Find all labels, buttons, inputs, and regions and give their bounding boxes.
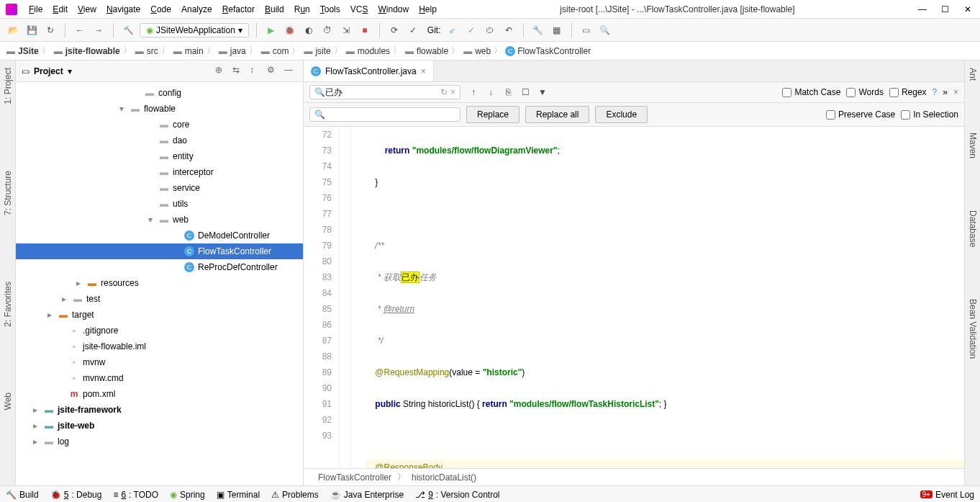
chevron-down-icon[interactable]: ▾ (68, 66, 72, 76)
breadcrumb-item[interactable]: ▬com (260, 46, 289, 56)
breadcrumb-item[interactable]: ▬JSite (6, 46, 39, 56)
attach-icon[interactable]: ⇲ (339, 23, 353, 37)
update-icon[interactable]: ⟳ (387, 23, 401, 37)
status-spring[interactable]: ◉ Spring (170, 490, 205, 500)
minimize-icon[interactable]: — (918, 4, 928, 14)
chevron-icon[interactable]: ▸ (73, 278, 83, 288)
project-title[interactable]: Project (34, 66, 63, 76)
menu-navigate[interactable]: Navigate (106, 4, 140, 14)
replace-input[interactable] (325, 109, 455, 120)
tree-node[interactable]: ▾▬flowable (16, 101, 303, 117)
chevron-icon[interactable]: ▸ (45, 310, 55, 320)
tree-node[interactable]: ▸▬jsite-framework (16, 402, 303, 418)
tab-project[interactable]: 1: Project (1, 63, 14, 109)
stop-icon[interactable]: ■ (358, 23, 372, 37)
menu-view[interactable]: View (78, 4, 96, 14)
menu-code[interactable]: Code (150, 4, 171, 14)
tree-node[interactable]: ▫mvnw.cmd (16, 370, 303, 386)
expand-icon[interactable]: ⇆ (232, 65, 245, 78)
tab-web[interactable]: Web (1, 388, 14, 414)
status-build[interactable]: 🔨 Build (6, 490, 39, 500)
tree-node[interactable]: ▬service (16, 180, 303, 196)
search-icon[interactable]: 🔍 (598, 23, 612, 37)
status-debug[interactable]: 🐞 5: Debug (50, 490, 102, 500)
tree-node[interactable]: CDeModelController (16, 228, 303, 243)
opt-match-case[interactable]: Match Case (782, 87, 840, 97)
menu-file[interactable]: File (29, 4, 42, 14)
debug-icon[interactable]: 🐞 (283, 23, 297, 37)
run-config-selector[interactable]: ◉ JSiteWebApplication ▾ (140, 23, 249, 37)
commit-icon[interactable]: ✓ (406, 23, 420, 37)
menu-build[interactable]: Build (265, 4, 284, 14)
menu-tools[interactable]: Tools (320, 4, 340, 14)
clear-icon[interactable]: × (450, 87, 455, 97)
vcs-commit-icon[interactable]: ✓ (464, 23, 478, 37)
replace-all-button[interactable]: Replace all (525, 106, 589, 123)
tree-node[interactable]: ▬config (16, 85, 303, 101)
breadcrumb-item[interactable]: ▬jsite (303, 46, 330, 56)
code-content[interactable]: return "modules/flow/flowDiagramViewer";… (351, 127, 964, 468)
tree-node[interactable]: ▸▬resources (16, 275, 303, 291)
tab-structure[interactable]: 7: Structure (1, 166, 14, 220)
tree-node[interactable]: ▫.gitignore (16, 323, 303, 339)
breadcrumb-item[interactable]: ▬flowable (404, 46, 448, 56)
maximize-icon[interactable]: ☐ (941, 4, 951, 14)
save-icon[interactable]: 💾 (24, 23, 39, 37)
breadcrumb-method[interactable]: historicDataList() (412, 472, 476, 483)
status-terminal[interactable]: ▣ Terminal (217, 490, 260, 500)
menu-run[interactable]: Run (294, 4, 310, 14)
chevron-icon[interactable]: ▸ (30, 421, 40, 431)
breadcrumb-class[interactable]: FlowTaskController (318, 472, 391, 483)
tree-node[interactable]: mpom.xml (16, 386, 303, 402)
tree-node[interactable]: ▬utils (16, 196, 303, 212)
tree-node[interactable]: ▬entity (16, 148, 303, 164)
breadcrumb-item[interactable]: ▬src (135, 46, 158, 56)
tree-node[interactable]: ▫mvnw (16, 354, 303, 370)
status-todo[interactable]: ≡ 6: TODO (113, 490, 158, 500)
open-icon[interactable]: 📂 (6, 23, 20, 37)
profile-icon[interactable]: ⏱ (320, 23, 335, 37)
collapse-icon[interactable]: ↕ (250, 65, 263, 78)
vcs-update-icon[interactable]: ↙ (445, 23, 460, 37)
help-icon[interactable]: ? (933, 87, 938, 97)
close-icon[interactable]: ✕ (964, 4, 974, 14)
breadcrumb-item[interactable]: ▬jsite-flowable (53, 46, 120, 56)
locate-icon[interactable]: ⊕ (215, 65, 228, 78)
select-all-icon[interactable]: ⎘ (501, 85, 515, 99)
tasks-icon[interactable]: ▭ (579, 23, 594, 37)
replace-button[interactable]: Replace (466, 106, 520, 123)
menu-vcs[interactable]: VCS (350, 4, 368, 14)
tab-ant[interactable]: Ant (966, 63, 979, 85)
opt-regex[interactable]: Regex (889, 87, 927, 97)
tab-bean-validation[interactable]: Bean Validation (966, 295, 979, 363)
next-match-icon[interactable]: ↓ (484, 85, 498, 99)
status-version-control[interactable]: ⎇ 9: Version Control (415, 490, 499, 500)
opt-preserve-case[interactable]: Preserve Case (826, 109, 895, 120)
chevron-icon[interactable]: ▾ (117, 104, 127, 114)
status-event-log[interactable]: 9+ Event Log (920, 490, 974, 500)
tree-node[interactable]: ▾▬web (16, 212, 303, 228)
status-problems[interactable]: ⚠ Problems (271, 490, 319, 500)
forward-icon[interactable]: → (91, 23, 106, 37)
tree-node[interactable]: ▬interceptor (16, 164, 303, 180)
back-icon[interactable]: ← (73, 23, 87, 37)
add-selection-icon[interactable]: ☐ (518, 85, 532, 99)
vcs-rollback-icon[interactable]: ↶ (502, 23, 516, 37)
vcs-history-icon[interactable]: ⏲ (483, 23, 497, 37)
exclude-button[interactable]: Exclude (595, 106, 648, 123)
project-structure-icon[interactable]: ▦ (550, 23, 564, 37)
filter-icon[interactable]: ▼ (535, 85, 550, 99)
tree-node[interactable]: ▫jsite-flowable.iml (16, 339, 303, 354)
chevron-icon[interactable]: ▸ (30, 405, 40, 415)
menu-edit[interactable]: Edit (53, 4, 68, 14)
status-java-enterprise[interactable]: ☕ Java Enterprise (330, 490, 404, 500)
tree-node[interactable]: ▸▬jsite-web (16, 418, 303, 434)
menu-help[interactable]: Help (419, 4, 437, 14)
tree-node[interactable]: CFlowTaskController (16, 243, 303, 259)
project-tree[interactable]: ▬config▾▬flowable▬core▬dao▬entity▬interc… (16, 82, 303, 485)
breadcrumb-item[interactable]: CFlowTaskController (505, 46, 591, 56)
tab-maven[interactable]: Maven (966, 128, 979, 163)
chevron-icon[interactable]: ▸ (30, 436, 40, 447)
menu-analyze[interactable]: Analyze (181, 4, 212, 14)
breadcrumb-item[interactable]: ▬web (463, 46, 491, 56)
